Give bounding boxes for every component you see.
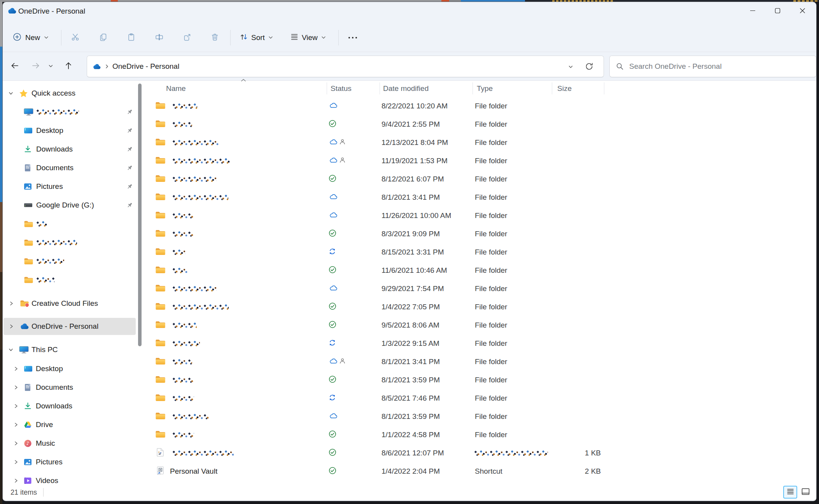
file-row[interactable]: 9/5/2021 8:06 AMFile folder [3,316,816,334]
minimize-button[interactable] [740,3,765,20]
forward-button[interactable] [28,59,44,74]
file-row[interactable]: 8/1/2021 3:59 PMFile folder [3,407,816,426]
onedrive-cloud-icon [7,8,16,16]
column-separator[interactable] [552,82,552,94]
recent-locations-button[interactable] [44,59,57,74]
date-modified: 8/1/2021 3:41 PM [382,358,440,366]
thumbnail-view-button[interactable] [798,486,812,499]
file-type: File folder [475,248,507,256]
view-button[interactable]: View [288,24,328,52]
trash-icon [211,33,219,43]
delete-button[interactable] [206,24,223,52]
file-row[interactable]: 1/4/2022 7:05 PMFile folder [3,298,816,316]
rename-button[interactable] [150,24,168,52]
back-button[interactable] [7,59,23,74]
file-row[interactable]: 8/3/2021 9:09 PMFile folder [3,225,816,243]
date-modified: 8/15/2021 3:31 PM [382,248,444,256]
refresh-icon[interactable] [585,62,593,71]
new-button[interactable]: New [10,24,51,52]
search-input[interactable] [629,62,816,71]
file-row[interactable]: 12/13/2021 8:04 PMFile folder [3,133,816,152]
column-separator[interactable] [604,82,604,94]
redacted-name [172,304,229,310]
folder-icon [155,430,166,439]
folder-icon [155,338,166,348]
scissors-icon [71,33,79,43]
folder-icon [155,412,166,421]
onedrive-cloud-icon [93,64,101,70]
file-row[interactable]: 8/12/2021 6:07 PMFile folder [3,170,816,188]
file-type: File folder [475,431,507,439]
date-modified: 8/12/2021 6:07 PM [382,175,444,183]
date-modified: 8/5/2021 7:46 PM [382,394,440,403]
column-separator[interactable] [327,82,327,94]
more-options-icon [348,37,357,38]
titlebar[interactable]: OneDrive - Personal [3,2,816,22]
status-cloud-icon [329,102,338,110]
file-row[interactable]: 11/26/2021 10:00 AMFile folder [3,206,816,225]
file-icon [156,448,164,458]
file-type: Shortcut [475,467,502,476]
chrome-divider [3,80,816,81]
list-view-icon [787,488,794,496]
file-row[interactable]: 1/1/2022 4:58 PMFile folder [3,426,816,444]
date-modified: 11/19/2021 1:53 PM [382,157,448,165]
file-row[interactable]: 8/5/2021 7:46 PMFile folder [3,389,816,407]
folder-icon [155,174,166,184]
file-explorer-window: OneDrive - Personal New Sort View [2,2,817,501]
rename-icon [155,33,163,43]
address-dropdown-icon[interactable] [568,64,573,69]
more-options-button[interactable] [344,24,361,52]
file-row[interactable]: 8/15/2021 3:31 PMFile folder [3,243,816,261]
column-separator[interactable] [380,82,380,94]
close-button[interactable] [790,3,815,20]
column-header-size[interactable]: Size [557,84,572,93]
statusbar-divider [43,488,44,497]
sort-arrows-icon [240,33,248,42]
sidebar-item-label: Quick access [32,89,75,98]
column-header-type[interactable]: Type [477,84,493,93]
paste-icon [127,33,135,43]
column-separator[interactable] [472,82,473,94]
file-row[interactable]: 11/19/2021 1:53 PMFile folder [3,152,816,170]
file-row[interactable]: 8/6/2021 12:07 PM1 KB [3,444,816,462]
sort-button[interactable]: Sort [238,24,275,52]
file-row[interactable]: 8/1/2021 3:41 PMFile folder [3,352,816,371]
minimize-icon [750,8,756,15]
file-row-personal-vault[interactable]: Personal Vault1/4/2022 2:04 PMShortcut2 … [3,462,816,480]
share-button[interactable] [178,24,196,52]
file-row[interactable]: 11/6/2021 10:46 AMFile folder [3,261,816,279]
view-button-label: View [302,33,318,42]
file-type: File folder [475,230,507,238]
redacted-name [172,413,209,420]
file-type: File folder [475,358,507,366]
folder-icon [155,320,166,330]
screen: { "titlebar": { "title": "OneDrive - Per… [0,0,819,504]
file-row[interactable]: 8/1/2021 3:41 PMFile folder [3,188,816,206]
copy-button[interactable] [94,24,112,52]
file-row[interactable]: 9/4/2021 2:55 PMFile folder [3,115,816,133]
folder-icon [155,357,166,366]
cut-button[interactable] [66,24,84,52]
paste-button[interactable] [122,24,140,52]
column-header-date-modified[interactable]: Date modified [383,84,429,93]
status-synced-icon [329,302,336,312]
maximize-button[interactable] [765,3,790,20]
chevron-down-icon[interactable] [9,91,13,96]
column-header-status[interactable]: Status [331,84,352,93]
details-view-button[interactable] [783,486,797,499]
file-row[interactable]: 1/3/2022 9:15 AMFile folder [3,334,816,352]
date-modified: 11/26/2021 10:00 AM [382,211,451,220]
person-icon [340,139,345,146]
file-row[interactable]: 9/29/2021 7:54 PMFile folder [3,279,816,298]
file-row[interactable]: 8/22/2021 10:20 AMFile folder [3,97,816,115]
up-button[interactable] [60,59,77,74]
date-modified: 1/4/2022 2:04 PM [382,467,440,476]
folder-icon [155,156,166,166]
file-row[interactable]: 8/1/2021 3:59 PMFile folder [3,371,816,389]
column-header-name[interactable]: Name [166,84,186,93]
redacted-name [172,359,192,365]
address-bar[interactable]: OneDrive - Personal [87,56,604,77]
breadcrumb[interactable]: OneDrive - Personal [112,62,179,71]
folder-icon [155,138,166,147]
